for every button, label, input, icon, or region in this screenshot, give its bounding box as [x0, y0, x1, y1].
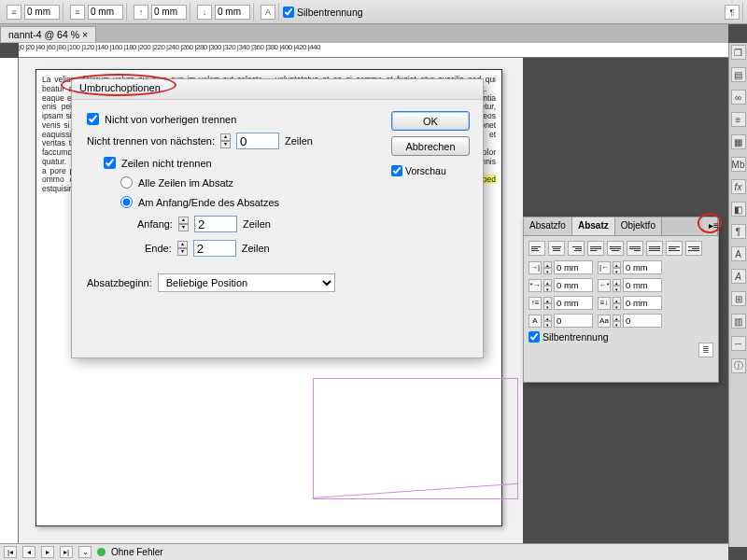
zeilen-nicht-trennen-label: Zeilen nicht trennen	[121, 158, 212, 169]
nicht-von-vorherigen-checkbox[interactable]	[87, 113, 99, 125]
annotation-circle	[698, 213, 722, 233]
dialog-title: Umbruchoptionen	[72, 79, 483, 100]
anfang-input[interactable]	[194, 216, 237, 232]
layers-panel-icon[interactable]: ▤	[731, 67, 746, 82]
panel-space-before[interactable]	[554, 296, 593, 310]
align-right-button[interactable]	[568, 241, 585, 256]
space-after-icon: ≡↓	[598, 297, 611, 310]
anfang-spinner[interactable]: ▴▾	[178, 217, 189, 231]
paragraph-icon[interactable]: ¶	[725, 5, 740, 20]
object-styles-icon[interactable]: ◧	[731, 202, 746, 217]
panel-menu-button[interactable]: ▸≡	[703, 217, 718, 235]
ende-input[interactable]	[193, 240, 236, 257]
space-before-icon[interactable]: ↑	[134, 5, 148, 20]
vertical-ruler	[0, 58, 19, 560]
swatches-panel-icon[interactable]: ▦	[731, 134, 746, 149]
hyphenation-checkbox[interactable]: Silbentrennung	[283, 7, 363, 18]
alle-zeilen-radio[interactable]	[120, 176, 133, 189]
dropcap-chars-icon: Aa	[598, 315, 611, 328]
panel-firstline[interactable]	[554, 278, 593, 292]
space-before-icon: ↑≡	[529, 297, 542, 310]
panel-indent-right[interactable]	[623, 260, 662, 274]
table-panel-icon[interactable]: ⊞	[731, 291, 746, 306]
firstline-indent-icon: *→	[529, 279, 542, 292]
cell-styles-icon[interactable]: ▥	[731, 314, 746, 329]
space-after-input[interactable]	[215, 5, 250, 20]
separator-icon: ─	[731, 336, 746, 351]
align-center-button[interactable]	[548, 241, 565, 256]
tab-absatz[interactable]: Absatz	[572, 217, 615, 235]
effects-panel-icon[interactable]: fx	[731, 179, 746, 194]
char-styles-icon[interactable]: A	[731, 246, 746, 261]
absatzbeginn-label: Absatzbeginn:	[87, 277, 152, 288]
status-text: Ohne Fehler	[111, 547, 163, 557]
tab-absatzformate[interactable]: Absatzfo	[524, 217, 572, 235]
justify-right-button[interactable]	[627, 241, 643, 256]
align-spine-button[interactable]	[666, 241, 683, 256]
dropcap-lines-icon: A	[529, 315, 542, 328]
document-tab[interactable]: nannt-4 @ 64 % ×	[0, 26, 96, 42]
align-left-button[interactable]	[529, 241, 545, 256]
lastline-indent-icon: ←*	[598, 279, 611, 292]
absatzbeginn-select[interactable]: Beliebige Position	[158, 273, 335, 292]
indent-right-input[interactable]	[88, 5, 123, 20]
mb-panel-icon[interactable]: Mb	[731, 157, 746, 172]
align-buttons	[529, 241, 713, 256]
ok-button[interactable]: OK	[391, 111, 470, 131]
align-away-spine-button[interactable]	[685, 241, 702, 256]
nicht-trennen-input[interactable]	[236, 133, 279, 149]
zeilen-nicht-trennen-checkbox[interactable]	[104, 157, 116, 169]
indent-left-icon: →|	[529, 261, 542, 274]
status-bar: |◂ ◂ ▸ ▸| ⌄ Ohne Fehler	[0, 543, 728, 560]
vorschau-checkbox[interactable]: Vorschau	[391, 165, 470, 176]
links-panel-icon[interactable]: ∞	[731, 90, 746, 105]
absatz-panel: Absatzfo Absatz Objektfo ▸≡ →|▴▾ |←▴▾ *→…	[523, 217, 719, 383]
char-panel-icon[interactable]: A	[731, 269, 746, 284]
top-toolbar: ≡ ≡ ↑ ↓ A Silbentrennung ¶	[0, 0, 747, 24]
anfang-ende-radio[interactable]	[120, 196, 133, 208]
panel-lastline[interactable]	[623, 278, 662, 292]
next-page-button[interactable]: ▸	[41, 546, 54, 558]
justify-all-button[interactable]	[646, 241, 663, 256]
status-dot-icon	[97, 548, 106, 556]
open-dropdown-button[interactable]: ⌄	[78, 546, 92, 558]
indent-left-icon[interactable]: ≡	[7, 5, 21, 20]
prev-page-button[interactable]: ◂	[22, 546, 35, 558]
umbruchoptionen-dialog: Umbruchoptionen Nicht von vorherigen tre…	[71, 78, 484, 358]
panel-extra-icon[interactable]: ≣	[698, 343, 713, 357]
ende-spinner[interactable]: ▴▾	[177, 241, 188, 256]
right-icon-strip: ❐ ▤ ∞ ≡ ▦ Mb fx ◧ ¶ A A ⊞ ▥ ─ ⓘ	[728, 43, 747, 547]
space-after-icon[interactable]: ↓	[197, 5, 212, 20]
panel-dropcap-lines[interactable]	[554, 314, 593, 328]
annotation-ellipse	[61, 74, 176, 96]
panel-dropcap-chars[interactable]	[623, 314, 662, 328]
justify-left-button[interactable]	[587, 241, 604, 256]
nicht-trennen-label: Nicht trennen von nächsten:	[87, 135, 215, 147]
stroke-panel-icon[interactable]: ≡	[731, 112, 746, 127]
nicht-trennen-spinner[interactable]: ▴▾	[220, 133, 231, 148]
paragraph-styles-icon[interactable]: ¶	[731, 224, 746, 239]
panel-hyphenation-checkbox[interactable]: Silbentrennung	[529, 331, 713, 343]
indent-right-icon: |←	[598, 261, 611, 274]
justify-center-button[interactable]	[607, 241, 624, 256]
indent-left-input[interactable]	[24, 5, 60, 20]
overset-box	[313, 378, 518, 499]
indent-right-icon[interactable]: ≡	[70, 5, 85, 20]
nicht-von-vorherigen-label: Nicht von vorherigen trennen	[105, 114, 236, 125]
info-panel-icon[interactable]: ⓘ	[731, 358, 746, 373]
cancel-button[interactable]: Abbrechen	[391, 136, 470, 156]
first-page-button[interactable]: |◂	[4, 546, 17, 558]
last-page-button[interactable]: ▸|	[60, 546, 73, 558]
pages-panel-icon[interactable]: ❐	[731, 45, 746, 60]
panel-space-after[interactable]	[623, 296, 662, 310]
horizontal-ruler: |0 |20 |40 |60 |80 |100 |120 |140 |160 |…	[19, 43, 728, 58]
tab-objektformate[interactable]: Objektfo	[615, 217, 662, 235]
panel-indent-left[interactable]	[554, 260, 593, 274]
dropcap-icon[interactable]: A	[261, 5, 275, 20]
space-before-input[interactable]	[151, 5, 187, 20]
document-tab-bar: nannt-4 @ 64 % ×	[0, 24, 728, 43]
